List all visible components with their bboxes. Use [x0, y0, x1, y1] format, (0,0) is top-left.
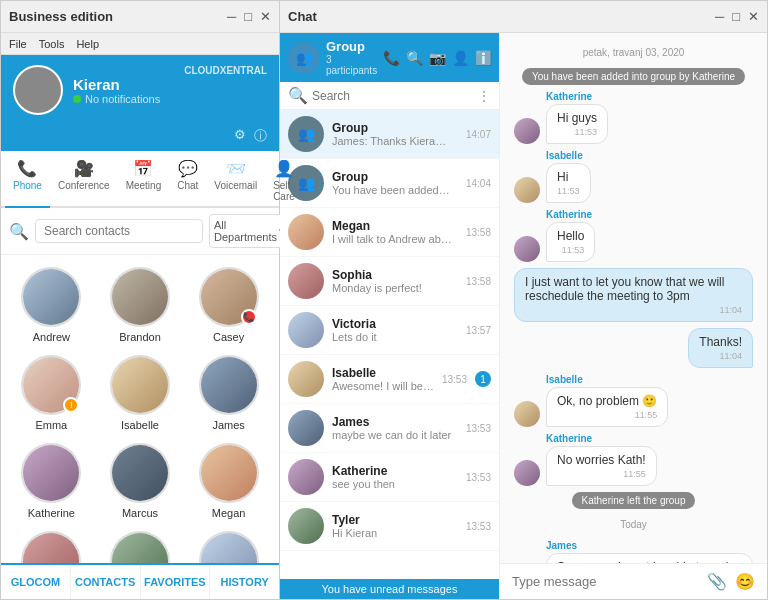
list-item[interactable]: Victoria Lets do it 13:57: [280, 306, 499, 355]
settings-icon[interactable]: ⚙: [234, 127, 246, 145]
tab-voicemail[interactable]: 📨 Voicemail: [206, 155, 265, 206]
bottom-nav-contacts[interactable]: CONTACTS: [71, 565, 141, 599]
list-item[interactable]: 🚫 Tyler: [98, 527, 183, 563]
left-panel: Business edition ─ □ ✕ File Tools Help K…: [0, 0, 280, 600]
profile-info: Kieran No notifications: [73, 76, 267, 105]
more-icon[interactable]: ⋮: [303, 155, 337, 206]
contact-name: Megan: [212, 507, 246, 519]
conv-header-info: Group 3 participants: [326, 39, 377, 76]
unread-banner[interactable]: You have unread messages: [280, 579, 499, 599]
tools-menu[interactable]: Tools: [39, 38, 65, 50]
group-participants: 3 participants: [326, 54, 377, 76]
contact-name: Isabelle: [121, 419, 159, 431]
msg-meta: 11:53: [557, 186, 580, 196]
list-item[interactable]: Isabelle Awesome! I will be there 13:53 …: [280, 355, 499, 404]
list-item[interactable]: Isabelle: [98, 351, 183, 435]
dept-select[interactable]: All Departments ▾: [209, 214, 290, 248]
list-item[interactable]: 👥 Group James: Thanks Kieran 😍 14:07: [280, 110, 499, 159]
msg-bubble-wrap: Isabelle Hi 11:53: [546, 150, 591, 203]
conv-info: Group James: Thanks Kieran 😍: [332, 121, 458, 148]
info-icon[interactable]: ℹ️: [475, 50, 492, 66]
minimize-button[interactable]: ─: [715, 9, 724, 24]
contact-avatar-wrap: [21, 443, 81, 503]
status-text: No notifications: [85, 93, 160, 105]
msg-time: 11:04: [719, 351, 742, 361]
list-item[interactable]: Tyler Hi Kieran 13:53: [280, 502, 499, 551]
msg-meta: 11:55: [557, 410, 657, 420]
msg-bubble: No worries Kath! 11:55: [546, 446, 657, 486]
close-button[interactable]: ✕: [260, 9, 271, 24]
meeting-icon: 📅: [133, 159, 153, 178]
bottom-nav-glocom[interactable]: GLOCOM: [1, 565, 71, 599]
conv-header: 👥 Group 3 participants 📞 🔍 📷 👤 ℹ️: [280, 33, 499, 82]
search-icon[interactable]: 🔍: [406, 50, 423, 66]
contact-avatar: [21, 443, 81, 503]
close-button[interactable]: ✕: [748, 9, 759, 24]
message-row: Katherine No worries Kath! 11:55: [514, 433, 753, 486]
minimize-button[interactable]: ─: [227, 9, 236, 24]
msg-avatar: [514, 401, 540, 427]
chat-title-bar: Chat ─ □ ✕: [280, 1, 767, 33]
video-icon[interactable]: 📷: [429, 50, 446, 66]
list-item[interactable]: Victoria: [186, 527, 271, 563]
chat-input[interactable]: [512, 574, 699, 589]
chat-input-icons: 📎 😊: [707, 572, 755, 591]
add-user-icon[interactable]: 👤: [452, 50, 469, 66]
list-item[interactable]: Megan: [186, 439, 271, 523]
list-item[interactable]: James: [186, 351, 271, 435]
phone-icon: 📞: [17, 159, 37, 178]
list-item[interactable]: Brandon: [98, 263, 183, 347]
unread-badge: 1: [475, 371, 491, 387]
list-item[interactable]: Sophia Monday is perfect! 13:58: [280, 257, 499, 306]
tab-phone[interactable]: 📞 Phone: [5, 155, 50, 208]
list-item[interactable]: Megan I will talk to Andrew about it 13:…: [280, 208, 499, 257]
list-item[interactable]: Andrew: [9, 263, 94, 347]
profile-icons-row: ⚙ ⓘ: [1, 125, 279, 151]
message-row: Isabelle Hi 11:53: [514, 150, 753, 203]
conversation-list: 👥 Group 3 participants 📞 🔍 📷 👤 ℹ️ 🔍 ⋮: [280, 33, 500, 599]
msg-meta: 11:04: [699, 351, 742, 361]
search-icon: 🔍: [9, 222, 29, 241]
emoji-icon[interactable]: 😊: [735, 572, 755, 591]
message-row: Isabelle Ok, no problem 🙂 11:55: [514, 374, 753, 427]
group-avatar: 👥: [288, 42, 320, 74]
msg-time: 11:55: [623, 469, 646, 479]
tab-chat[interactable]: 💬 Chat: [169, 155, 206, 206]
maximize-button[interactable]: □: [732, 9, 740, 24]
file-menu[interactable]: File: [9, 38, 27, 50]
list-item[interactable]: ! Emma: [9, 351, 94, 435]
maximize-button[interactable]: □: [244, 9, 252, 24]
profile-name: Kieran: [73, 76, 267, 93]
call-icon[interactable]: 📞: [383, 50, 400, 66]
bottom-nav-history[interactable]: HISTORY: [210, 565, 279, 599]
list-item[interactable]: 📞 Casey: [186, 263, 271, 347]
tab-meeting[interactable]: 📅 Meeting: [118, 155, 170, 206]
msg-meta: 11:53: [557, 127, 597, 137]
msg-bubble-wrap: Katherine No worries Kath! 11:55: [546, 433, 657, 486]
profile-status: No notifications: [73, 93, 267, 105]
more-icon[interactable]: ⋮: [477, 88, 491, 104]
list-item[interactable]: Katherine: [9, 439, 94, 523]
msg-avatar: [514, 236, 540, 262]
list-item[interactable]: James maybe we can do it later 13:53: [280, 404, 499, 453]
tab-conference[interactable]: 🎥 Conference: [50, 155, 118, 206]
attachment-icon[interactable]: 📎: [707, 572, 727, 591]
conv-avatar: [288, 263, 324, 299]
conv-search-input[interactable]: [312, 89, 473, 103]
contact-avatar-wrap: [199, 443, 259, 503]
list-item[interactable]: Sophia: [9, 527, 94, 563]
menu-bar: File Tools Help: [1, 33, 279, 55]
msg-bubble-wrap: Katherine Hello 11:53: [546, 209, 595, 262]
list-item[interactable]: Katherine see you then 13:53: [280, 453, 499, 502]
info-icon[interactable]: ⓘ: [254, 127, 267, 145]
msg-bubble: Thanks! 11:04: [688, 328, 753, 368]
conv-info: Victoria Lets do it: [332, 317, 458, 343]
contact-name: Marcus: [122, 507, 158, 519]
list-item[interactable]: Marcus: [98, 439, 183, 523]
help-menu[interactable]: Help: [76, 38, 99, 50]
tab-selfcare[interactable]: 👤 Self Care: [265, 155, 303, 206]
search-input[interactable]: [35, 219, 203, 243]
bottom-nav-favorites[interactable]: FAVORITES: [141, 565, 211, 599]
contact-avatar: [199, 355, 259, 415]
cloudxentral-logo: CLOUDXENTRAL: [184, 65, 267, 76]
